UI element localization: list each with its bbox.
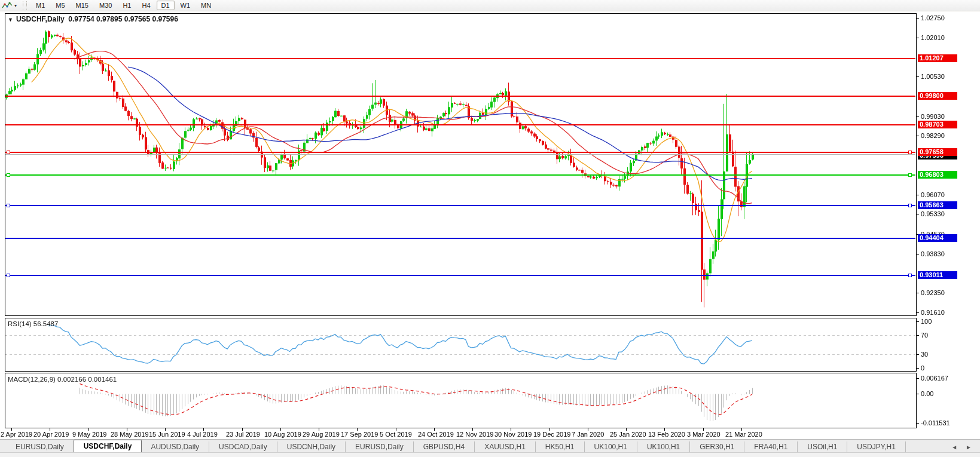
indicators-zigzag-icon[interactable] [1, 1, 13, 10]
rsi-axis-tick-label: 100 [921, 318, 932, 325]
timeframe-button-mn[interactable]: MN [196, 1, 216, 10]
timeframe-button-h1[interactable]: H1 [118, 1, 136, 10]
price-axis-tick-label: 1.02750 [921, 14, 945, 22]
date-axis-label: 20 Apr 2019 [33, 431, 69, 438]
chart-tab-6-gbpusd-h4[interactable]: GBPUSD,H4 [414, 441, 475, 453]
timeframe-button-m30[interactable]: M30 [94, 1, 117, 10]
price-level-label[interactable]: 0.93011 [918, 271, 957, 279]
mt4-window: ▾ M1M5M15M30H1H4D1W1MN ▼USDCHF,Daily 0.9… [0, 0, 980, 457]
timeframe-button-w1[interactable]: W1 [176, 1, 196, 10]
ohlc-open: 0.97754 [68, 15, 94, 23]
timeframe-button-d1[interactable]: D1 [157, 1, 175, 10]
ohlc-high: 0.97895 [96, 15, 122, 23]
timeframe-button-m5[interactable]: M5 [51, 1, 69, 10]
date-axis-label: 17 Sep 2019 [341, 431, 378, 438]
macd-pane-title: MACD(12,26,9) 0.002166 0.001461 [8, 376, 117, 383]
price-axis-tick-label: 0.93830 [921, 250, 945, 257]
rsi-axis-tick-label: 70 [921, 332, 928, 339]
timeframe-button-m1[interactable]: M1 [31, 1, 50, 10]
date-axis-label: 25 Jan 2020 [610, 431, 646, 438]
toolbar-separator [23, 1, 27, 10]
symbol-dropdown-icon[interactable]: ▼ [8, 17, 13, 23]
date-axis-label: 23 Jul 2019 [226, 431, 260, 438]
date-axis-label: 30 Nov 2019 [494, 431, 532, 438]
chart-tab-12-fra40-h1[interactable]: FRA40,H1 [744, 441, 798, 453]
date-axis-label: 9 May 2019 [72, 431, 106, 438]
timeframe-button-m15[interactable]: M15 [71, 1, 93, 10]
chart-tab-1-usdchf-daily[interactable]: USDCHF,Daily [74, 440, 142, 453]
price-level-label[interactable]: 0.98703 [918, 121, 957, 128]
date-axis-label: 28 May 2019 [111, 431, 149, 438]
price-axis-tick-label: 1.00530 [921, 73, 945, 80]
price-axis-tick-label: 0.91610 [921, 309, 945, 316]
date-axis-label: 5 Oct 2019 [380, 431, 412, 438]
price-axis-tick-label: 0.95330 [921, 210, 945, 217]
rsi-axis-tick-label: 30 [921, 351, 928, 358]
price-level-label[interactable]: 0.95663 [918, 201, 957, 209]
chart-tab-10-uk100-h1[interactable]: UK100,H1 [637, 441, 690, 453]
date-axis-label: 7 Jan 2020 [572, 431, 604, 438]
tabs-holder: EURUSD,DailyUSDCHF,DailyAUDUSD,DailyUSDC… [6, 440, 906, 453]
date-axis-label: 15 Jun 2019 [149, 431, 185, 438]
tab-scroll-controls: ◄ ► [951, 444, 980, 453]
chart-tab-7-xauusd-h1[interactable]: XAUUSD,H1 [475, 441, 536, 453]
timeframe-buttons: M1M5M15M30H1H4D1W1MN [30, 2, 216, 9]
price-level-label[interactable]: 0.97658 [918, 148, 957, 156]
chart-tab-8-hk50-h1[interactable]: HK50,H1 [536, 441, 585, 453]
chart-canvas[interactable] [0, 0, 980, 457]
price-axis-tick-label: 0.92350 [921, 289, 945, 296]
date-axis-label: 19 Dec 2019 [533, 431, 570, 438]
price-level-label[interactable]: 0.96803 [918, 171, 957, 179]
chart-tab-11-ger30-h1[interactable]: GER30,H1 [690, 441, 744, 453]
price-level-label[interactable]: 1.01207 [918, 54, 957, 62]
date-axis-label: 13 Feb 2020 [648, 431, 685, 438]
date-axis-label: 3 Mar 2020 [687, 431, 721, 438]
tab-scroll-left-icon[interactable]: ◄ [951, 444, 957, 450]
macd-axis-tick-label: 0.006167 [921, 375, 948, 382]
date-axis-label: 24 Oct 2019 [418, 431, 454, 438]
timeframe-toolbar: ▾ M1M5M15M30H1H4D1W1MN [0, 0, 980, 11]
date-axis-label: 21 Mar 2020 [725, 431, 762, 438]
rsi-pane-title: RSI(14) 56.5487 [8, 320, 58, 327]
chart-tab-5-eurusd-daily[interactable]: EURUSD,Daily [346, 441, 414, 453]
chart-tab-13-usoil-h1[interactable]: USOil,H1 [798, 441, 847, 453]
date-axis-label: 10 Aug 2019 [264, 431, 301, 438]
chart-tab-0-eurusd-daily[interactable]: EURUSD,Daily [6, 441, 74, 453]
rsi-axis-tick-label: 0 [921, 364, 924, 372]
date-axis-label: 29 Aug 2019 [303, 431, 340, 438]
status-bar [0, 452, 980, 457]
chart-tab-bar: EURUSD,DailyUSDCHF,DailyAUDUSD,DailyUSDC… [0, 439, 980, 453]
price-axis-tick-label: 1.02010 [921, 34, 945, 41]
symbol-label: USDCHF,Daily [16, 15, 65, 23]
price-axis-tick-label: 0.96070 [921, 191, 945, 198]
chart-tab-9-uk100-h1[interactable]: UK100,H1 [585, 441, 637, 453]
timeframe-button-h4[interactable]: H4 [137, 1, 155, 10]
price-level-label[interactable]: 0.99800 [918, 92, 957, 100]
chart-tab-3-usdcad-daily[interactable]: USDCAD,Daily [209, 441, 277, 453]
date-axis-label: 12 Nov 2019 [456, 431, 493, 438]
price-axis-tick-label: 0.98290 [921, 132, 945, 139]
chart-title: ▼USDCHF,Daily 0.97754 0.97895 0.97565 0.… [8, 15, 178, 23]
price-axis-tick-label: 0.99030 [921, 113, 945, 120]
ohlc-low: 0.97565 [124, 15, 150, 23]
macd-axis-tick-label: -0.011531 [921, 419, 950, 427]
tab-scroll-right-icon[interactable]: ► [966, 444, 972, 450]
ohlc-close: 0.97596 [152, 15, 178, 23]
date-axis-label: 2 Apr 2019 [1, 431, 32, 438]
chart-tab-2-audusd-daily[interactable]: AUDUSD,Daily [141, 441, 209, 453]
chart-tab-14-usdjpy-h1[interactable]: USDJPY,H1 [847, 441, 905, 453]
macd-axis-tick-label: 0.00 [921, 390, 933, 397]
price-level-label[interactable]: 0.94404 [918, 234, 957, 242]
chevron-down-icon[interactable]: ▾ [14, 3, 17, 8]
chart-tab-4-usdcnh-daily[interactable]: USDCNH,Daily [277, 441, 346, 453]
date-axis-label: 4 Jul 2019 [187, 431, 218, 438]
